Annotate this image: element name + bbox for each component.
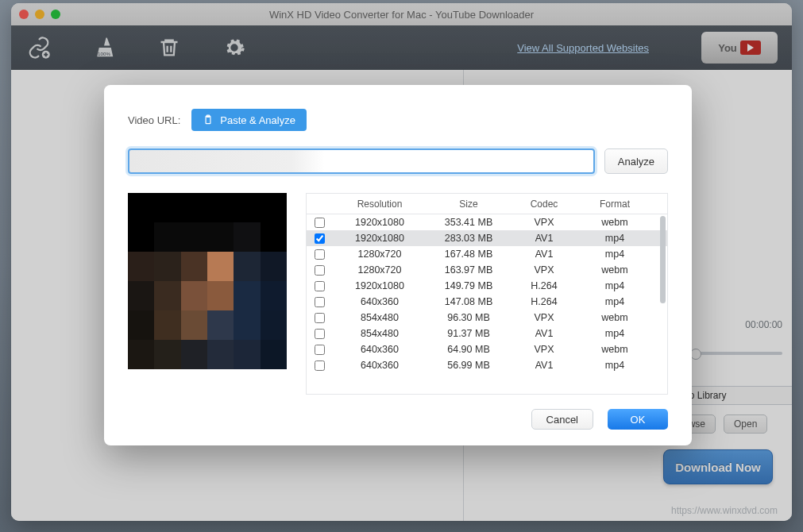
cell-size: 353.41 MB <box>427 217 510 228</box>
cell-codec: VPX <box>510 344 578 355</box>
col-resolution: Resolution <box>332 194 427 214</box>
cell-resolution: 854x480 <box>332 328 427 339</box>
cell-resolution: 640x360 <box>332 344 427 355</box>
cell-resolution: 1920x1080 <box>332 217 427 228</box>
ok-button[interactable]: OK <box>608 409 668 430</box>
col-size: Size <box>427 194 510 214</box>
cell-resolution: 1280x720 <box>332 249 427 260</box>
cell-format: mp4 <box>578 249 651 260</box>
cell-format: webm <box>578 312 651 323</box>
cancel-button[interactable]: Cancel <box>531 409 593 430</box>
row-checkbox[interactable] <box>315 249 325 260</box>
row-checkbox[interactable] <box>315 265 325 276</box>
cell-size: 64.90 MB <box>427 344 510 355</box>
table-row[interactable]: 640x360147.08 MBH.264mp4 <box>307 294 667 310</box>
video-url-input[interactable] <box>128 148 595 174</box>
row-checkbox[interactable] <box>315 313 325 323</box>
row-checkbox[interactable] <box>315 218 325 228</box>
table-row[interactable]: 854x48091.37 MBAV1mp4 <box>307 326 667 341</box>
table-row[interactable]: 854x48096.30 MBVPXwebm <box>307 310 667 326</box>
video-url-label: Video URL: <box>128 114 180 126</box>
cell-codec: AV1 <box>510 328 578 339</box>
paste-analyze-button[interactable]: Paste & Analyze <box>191 109 307 131</box>
row-checkbox[interactable] <box>315 281 325 291</box>
cell-format: webm <box>578 264 651 276</box>
cell-codec: AV1 <box>510 249 578 260</box>
cell-size: 91.37 MB <box>427 328 510 339</box>
cell-format: webm <box>578 217 651 228</box>
cell-size: 96.30 MB <box>427 312 510 323</box>
analyze-modal: Video URL: Paste & Analyze Analyze Resol… <box>104 85 692 445</box>
row-checkbox[interactable] <box>315 233 325 244</box>
cell-format: mp4 <box>578 233 651 244</box>
cell-size: 167.48 MB <box>427 249 510 260</box>
table-row[interactable]: 1280x720167.48 MBAV1mp4 <box>307 246 667 262</box>
table-scrollbar[interactable] <box>660 216 666 392</box>
cell-format: webm <box>578 344 651 355</box>
cell-format: mp4 <box>578 280 651 291</box>
cell-format: mp4 <box>578 360 651 371</box>
row-checkbox[interactable] <box>315 345 325 355</box>
cell-codec: VPX <box>510 312 578 323</box>
cell-size: 147.08 MB <box>427 296 510 307</box>
row-checkbox[interactable] <box>315 297 325 307</box>
cell-resolution: 1920x1080 <box>332 233 427 244</box>
col-format: Format <box>578 194 651 214</box>
table-row[interactable]: 1280x720163.97 MBVPXwebm <box>307 262 667 278</box>
cell-size: 163.97 MB <box>427 264 510 276</box>
row-checkbox[interactable] <box>315 329 325 339</box>
cell-resolution: 854x480 <box>332 312 427 323</box>
clipboard-icon <box>203 114 214 125</box>
cell-codec: H.264 <box>510 280 578 291</box>
col-codec: Codec <box>510 194 578 214</box>
cell-size: 56.99 MB <box>427 360 510 371</box>
cell-format: mp4 <box>578 328 651 339</box>
table-row[interactable]: 640x36056.99 MBAV1mp4 <box>307 357 667 373</box>
cell-resolution: 1920x1080 <box>332 280 427 291</box>
cell-format: mp4 <box>578 296 651 307</box>
format-table: Resolution Size Codec Format 1920x108035… <box>306 193 668 395</box>
table-row[interactable]: 1920x1080283.03 MBAV1mp4 <box>307 230 667 246</box>
cell-codec: AV1 <box>510 233 578 244</box>
cell-codec: AV1 <box>510 360 578 371</box>
table-header: Resolution Size Codec Format <box>307 194 667 214</box>
video-thumbnail <box>128 193 287 369</box>
table-row[interactable]: 1920x1080353.41 MBVPXwebm <box>307 214 667 230</box>
cell-codec: H.264 <box>510 296 578 307</box>
paste-analyze-label: Paste & Analyze <box>220 114 295 126</box>
cell-resolution: 640x360 <box>332 296 427 307</box>
table-row[interactable]: 640x36064.90 MBVPXwebm <box>307 341 667 357</box>
cell-codec: VPX <box>510 217 578 228</box>
table-row[interactable]: 1920x1080149.79 MBH.264mp4 <box>307 278 667 294</box>
cell-resolution: 1280x720 <box>332 264 427 276</box>
cell-codec: VPX <box>510 264 578 276</box>
analyze-button[interactable]: Analyze <box>604 148 668 174</box>
cell-resolution: 640x360 <box>332 360 427 371</box>
cell-size: 283.03 MB <box>427 233 510 244</box>
cell-size: 149.79 MB <box>427 280 510 291</box>
row-checkbox[interactable] <box>315 360 325 371</box>
table-body: 1920x1080353.41 MBVPXwebm1920x1080283.03… <box>307 214 667 394</box>
